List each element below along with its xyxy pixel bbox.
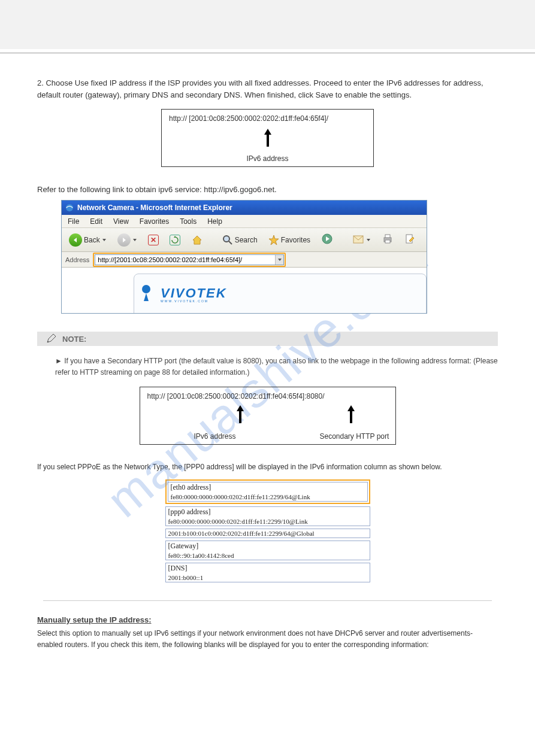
ppp0-paragraph: If you select PPPoE as the Network Type,…	[37, 462, 498, 473]
eth0-value: fe80:0000:0000:0000:0202:d1ff:fe11:2299/…	[168, 493, 367, 501]
titlebar: Network Camera - Microsoft Internet Expl…	[62, 201, 427, 215]
gateway-label: [Gateway]	[166, 541, 370, 551]
svg-point-0	[66, 204, 73, 211]
port-body: Select this option to manually set up IP…	[37, 628, 498, 651]
menu-edit[interactable]: Edit	[90, 217, 102, 226]
back-arrow-icon	[69, 233, 82, 247]
edit-icon	[404, 233, 415, 246]
toolbar: Back ✕	[62, 228, 427, 252]
forward-button[interactable]	[114, 232, 141, 248]
url2-caption-2: Secondary HTTP port	[320, 432, 389, 441]
svg-point-10	[142, 285, 150, 293]
back-button[interactable]: Back	[65, 232, 110, 248]
favorites-button[interactable]: Favorites	[265, 233, 314, 247]
browser-screenshot: Network Camera - Microsoft Internet Expl…	[61, 200, 427, 314]
ipv6-info-block: [eth0 address] fe80:0000:0000:0000:0202:…	[165, 479, 370, 582]
menu-tools[interactable]: Tools	[180, 217, 197, 226]
chevron-down-icon	[366, 238, 371, 242]
favorites-label: Favorites	[281, 236, 310, 244]
brand-logo: VIVOTEK WWW.VIVOTEK.COM	[141, 284, 227, 304]
dns-label: [DNS]	[166, 563, 370, 573]
arrow-up-icon	[264, 129, 272, 147]
chevron-down-icon	[102, 238, 107, 242]
stop-button[interactable]: ✕	[144, 233, 162, 247]
svg-line-2	[229, 241, 232, 244]
menu-favorites[interactable]: Favorites	[140, 217, 169, 226]
ppp0-value-2: 2001:b100:01c0:0002:0202:d1ff:fe11:2299/…	[166, 529, 370, 538]
url-text-2: http:// [2001:0c08:2500:0002:0202:d1ff:f…	[147, 392, 388, 400]
messenger-icon	[426, 233, 427, 247]
note-item-1: ► If you have a Secondary HTTP port (the…	[55, 356, 498, 378]
url-text-1: http:// [2001:0c08:2500:0002:0202:d1ff:f…	[169, 114, 366, 123]
pencil-icon	[46, 333, 56, 344]
intro-paragraph: 2. Choose Use fixed IP address if the IS…	[37, 77, 498, 101]
home-button[interactable]	[188, 233, 207, 247]
mail-button[interactable]	[349, 232, 374, 247]
note-label: NOTE:	[62, 335, 86, 344]
menu-view[interactable]: View	[113, 217, 129, 226]
mail-icon	[352, 233, 364, 246]
separator-line	[43, 600, 492, 601]
media-icon	[321, 233, 333, 247]
arrow-up-icon	[236, 405, 244, 423]
address-input[interactable]	[95, 254, 284, 265]
ie-logo-icon	[65, 204, 74, 212]
page-area: VIVOTEK WWW.VIVOTEK.COM	[62, 268, 427, 314]
header-band	[0, 0, 535, 49]
svg-rect-6	[385, 235, 390, 238]
chevron-down-icon	[132, 238, 137, 242]
address-highlight	[93, 253, 286, 267]
gateway-value: fe80::90:1a00:4142:8ced	[166, 551, 370, 560]
ppp0-label: [ppp0 address]	[166, 507, 370, 517]
port-heading: Manually setup the IP address:	[37, 615, 498, 624]
address-dropdown-icon[interactable]	[275, 255, 283, 265]
media-button[interactable]	[318, 232, 337, 248]
back-label: Back	[84, 236, 100, 244]
address-label: Address	[65, 256, 89, 263]
url-example-box-2: http:// [2001:0c08:2500:0002:0202:d1ff:f…	[140, 387, 396, 445]
divider	[0, 53, 535, 53]
logo-icon	[141, 284, 157, 304]
close-icon: ✕	[148, 235, 159, 245]
search-button[interactable]: Search	[219, 233, 261, 247]
eth0-label: [eth0 address]	[168, 482, 367, 493]
ppp0-value-1: fe80:0000:0000:0000:0202:d1ff:fe11:2299/…	[166, 517, 370, 526]
print-button[interactable]	[378, 232, 397, 247]
refresh-button[interactable]	[166, 233, 184, 247]
refresh-icon	[170, 235, 180, 245]
edit-button[interactable]	[401, 232, 419, 247]
url-example-box-1: http:// [2001:0c08:2500:0002:0202:d1ff:f…	[161, 109, 374, 167]
address-bar: Address	[62, 252, 427, 268]
note-band: NOTE:	[37, 332, 498, 346]
eth0-highlight: [eth0 address] fe80:0000:0000:0000:0202:…	[165, 479, 370, 504]
menu-help[interactable]: Help	[207, 217, 222, 226]
messenger-button[interactable]	[422, 232, 427, 248]
logo-text: VIVOTEK	[161, 286, 227, 300]
url-caption-1: IPv6 address	[246, 154, 288, 163]
svg-rect-7	[385, 240, 390, 243]
reference-line: Refer to the following link to obtain ip…	[37, 185, 498, 194]
home-icon	[191, 234, 203, 246]
arrow-up-icon	[347, 405, 355, 423]
printer-icon	[382, 233, 394, 246]
note-list: ► If you have a Secondary HTTP port (the…	[55, 356, 498, 378]
search-label: Search	[235, 236, 258, 244]
dns-value: 2001:b000::1	[166, 573, 370, 582]
window-title: Network Camera - Microsoft Internet Expl…	[77, 204, 232, 212]
svg-point-1	[223, 236, 229, 242]
menu-bar: File Edit View Favorites Tools Help	[62, 215, 427, 228]
star-icon	[268, 235, 279, 245]
menu-file[interactable]: File	[68, 217, 79, 226]
forward-arrow-icon	[117, 233, 131, 247]
url2-caption-1: IPv6 address	[194, 432, 236, 441]
search-icon	[222, 235, 233, 245]
